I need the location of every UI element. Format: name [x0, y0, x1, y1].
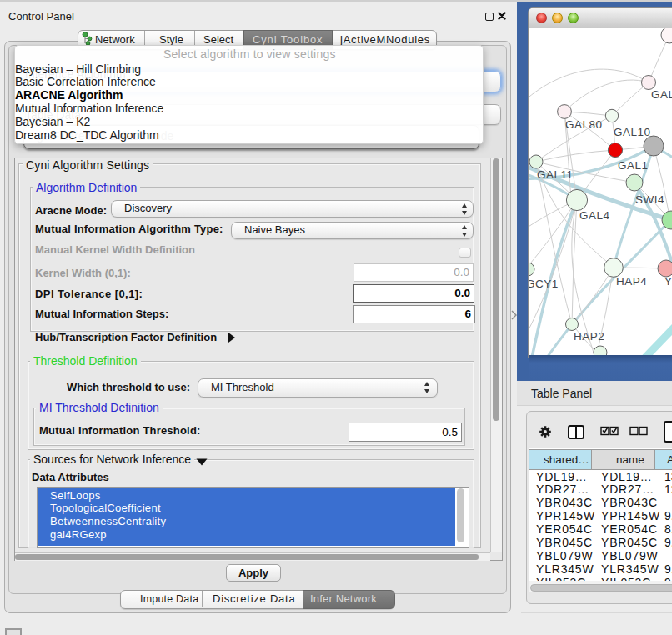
svg-text:HAP4: HAP4 — [616, 275, 647, 288]
svg-text:GAL11: GAL11 — [537, 168, 574, 181]
svg-text:HAP2: HAP2 — [574, 330, 604, 342]
svg-text:SWI4: SWI4 — [635, 193, 664, 206]
svg-text:GCY1: GCY1 — [529, 278, 559, 290]
svg-text:GAL7: GAL7 — [651, 88, 672, 101]
svg-text:GAL4: GAL4 — [579, 209, 610, 222]
svg-text:GAL10: GAL10 — [614, 126, 651, 138]
svg-text:GAL80: GAL80 — [565, 118, 603, 131]
svg-text:GAL1: GAL1 — [618, 159, 649, 172]
svg-text:Y: Y — [664, 275, 672, 288]
